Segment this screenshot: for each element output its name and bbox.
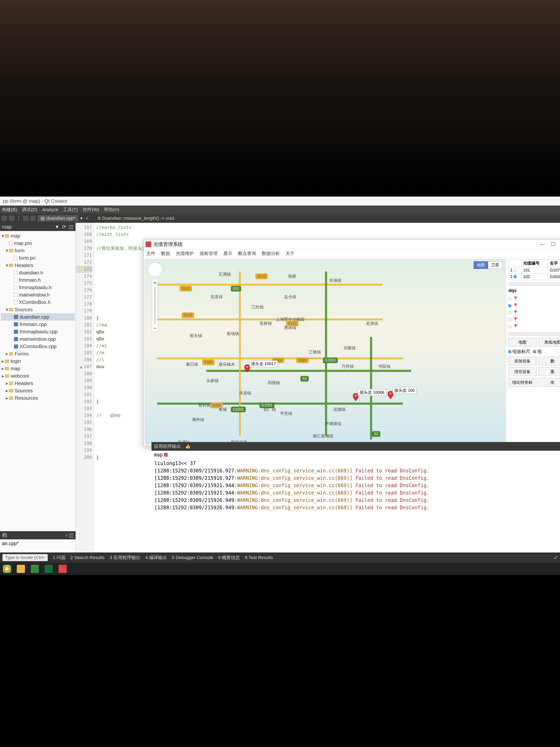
close-icon[interactable]: × — [164, 453, 168, 457]
output-tab-map[interactable]: map × — [154, 452, 168, 458]
map-mode-button[interactable]: 地图 — [508, 338, 536, 346]
output-log[interactable]: liulong13<< 37[1288:15292:0309/215916.92… — [152, 459, 560, 552]
map-type-satellite[interactable]: 卫星 — [488, 261, 502, 269]
status-tab-appoutput[interactable]: 3 应用程序输出 — [109, 555, 140, 561]
tree-item[interactable]: duandian.h — [1, 269, 75, 277]
map-pan-control[interactable] — [148, 262, 162, 277]
tree-item[interactable]: ▾map — [1, 232, 75, 239]
chrome-icon[interactable] — [3, 565, 11, 573]
locator-input[interactable]: Type to locate (Ctrl+ — [2, 554, 48, 561]
tree-item[interactable]: frmmain.cpp — [1, 321, 75, 328]
tree-item[interactable]: frmmapbaidu.cpp — [1, 328, 75, 335]
map-type-map[interactable]: 地图 — [474, 261, 488, 269]
horizontal-scrollbar[interactable] — [508, 332, 560, 336]
tree-item[interactable]: ▾Headers — [1, 262, 75, 269]
dropdown-icon[interactable]: ▾ — [80, 215, 82, 221]
horizontal-scrollbar[interactable] — [508, 282, 560, 286]
output-tabs[interactable]: map × — [152, 451, 560, 459]
qt-creator-icon[interactable] — [31, 565, 39, 573]
cable-table[interactable]: 光缆编号 名字 1 101G1072 102G303 — [508, 259, 560, 280]
tree-item[interactable]: ▸Resources — [1, 394, 75, 402]
close-icon[interactable]: ✕ — [85, 215, 89, 221]
menu-file[interactable]: 文件 — [146, 251, 155, 257]
expand-icon[interactable]: ⤢ — [554, 555, 558, 560]
zoom-out-icon[interactable]: − — [154, 326, 156, 331]
tree-item[interactable]: ▸login — [1, 358, 75, 365]
nav-back-button[interactable] — [23, 215, 28, 221]
sidebar-header-tools[interactable]: ▼ ⟳ ◫ — [53, 224, 74, 230]
tree-item[interactable]: mainwindow.h — [1, 291, 75, 299]
status-tab-general[interactable]: 6 概要信息 — [218, 555, 240, 561]
file-explorer-icon[interactable] — [17, 565, 25, 573]
clear-device-button[interactable]: 清空设备 — [508, 367, 536, 376]
map-zoom-control[interactable]: + − — [148, 262, 157, 332]
tree-item[interactable]: frmmain.h — [1, 277, 75, 284]
table-row[interactable]: 1 101G107 — [509, 267, 560, 274]
tree-item[interactable]: ▸Sources — [1, 387, 75, 394]
dqs-list[interactable]: 📍 2 📍 2 📍 2 📍 2 📍 2 — [508, 295, 560, 330]
list-item[interactable]: 📍 2 — [508, 316, 560, 323]
tree-item[interactable]: ▸Forms — [1, 350, 75, 358]
status-tab-issues[interactable]: 1 问题 — [53, 555, 65, 561]
tree-item[interactable]: form.pri — [1, 254, 75, 262]
map-canvas[interactable]: 地图 卫星 + − — [145, 259, 505, 444]
output-panel-header[interactable]: 应用程序输出 👍 — [152, 442, 560, 451]
menu-analyze[interactable]: Analyze — [42, 207, 58, 212]
tree-item[interactable]: mainwindow.cpp — [1, 335, 75, 343]
list-item[interactable]: 📍 2 — [508, 309, 560, 316]
menu-patrol[interactable]: 巡检管理 — [199, 251, 218, 257]
tree-item[interactable]: ▾Sources — [1, 306, 75, 313]
status-tab-debugger[interactable]: 5 Debugger Console — [172, 555, 213, 560]
menu-data[interactable]: 数据 — [161, 251, 170, 257]
coord-button[interactable]: 坐 — [538, 378, 560, 387]
table-row[interactable]: 2 102G303 — [509, 274, 560, 280]
toolbar-button[interactable] — [9, 215, 14, 221]
map-marker-callout[interactable]: 接头盒 10017 — [249, 360, 278, 367]
map-app-menubar[interactable]: 文件 数据 光缆维护 巡检管理 显示 断点查询 数据分析 关于 — [143, 249, 560, 258]
split-icon[interactable]: ◫ — [69, 224, 74, 230]
map-type-toggle[interactable]: 地图 卫星 — [474, 261, 502, 269]
sync-icon[interactable]: ⟳ — [62, 224, 66, 230]
map-marker-callout[interactable]: 接头盒 10006 — [358, 389, 386, 396]
excel-icon[interactable] — [45, 565, 53, 573]
menu-cable[interactable]: 光缆维护 — [176, 251, 194, 257]
avatar-icon[interactable] — [58, 565, 67, 573]
menu-analysis[interactable]: 数据分析 — [262, 251, 280, 257]
other-checkbox[interactable]: 地 — [533, 349, 541, 355]
tree-item[interactable]: ▸map — [1, 365, 75, 372]
map-zoom-slider[interactable]: + − — [152, 279, 158, 332]
list-item[interactable]: 📍 2 — [508, 295, 560, 302]
nav-fwd-button[interactable] — [30, 215, 36, 221]
menu-about[interactable]: 关于 — [286, 251, 295, 257]
menu-help[interactable]: 帮助(H) — [104, 207, 119, 213]
tree-item[interactable]: XComboBox.h — [1, 299, 75, 306]
toolbar-button[interactable] — [2, 215, 7, 221]
windows-taskbar[interactable] — [0, 563, 560, 575]
list-item[interactable]: 📍 2 — [508, 302, 560, 309]
menu-display[interactable]: 显示 — [223, 251, 232, 257]
status-tab-search[interactable]: 2 Search Results — [71, 555, 105, 560]
tree-item[interactable]: ▸webcore — [1, 372, 75, 380]
menu-build[interactable]: 构建(B) — [2, 207, 17, 213]
open-document-item[interactable]: an.cpp* — [2, 541, 74, 546]
scale-checkbox[interactable]: 缩放标尺 — [508, 349, 530, 355]
tree-item[interactable]: ▸Headers — [1, 380, 75, 387]
tree-item[interactable]: duandian.cpp — [1, 313, 75, 321]
tree-item[interactable]: frmmapbaidu.h — [1, 284, 75, 291]
main-menu-bar[interactable]: 构建(B) 调试(D) Analyze 工具(T) 控件(W) 帮助(H) — [0, 206, 560, 214]
split-icon[interactable]: ▫ ◫ — [66, 533, 74, 538]
status-tab-compile[interactable]: 4 编译输出 — [145, 555, 167, 561]
minimize-button[interactable]: — — [540, 241, 545, 247]
thumbs-up-icon[interactable]: 👍 — [185, 444, 191, 449]
reset-button[interactable]: 重 — [538, 367, 560, 376]
tree-item[interactable]: ▾form — [1, 247, 75, 254]
menu-debug[interactable]: 调试(D) — [22, 207, 37, 213]
map-app-titlebar[interactable]: 光缆管理系统 — ☐ ✕ — [143, 239, 560, 249]
menu-widgets[interactable]: 控件(W) — [83, 207, 99, 213]
filter-icon[interactable]: ▼ — [55, 224, 59, 230]
delete-device-button[interactable]: 删 — [538, 357, 560, 365]
open-documents-list[interactable]: an.cpp* — [0, 539, 76, 552]
map-app-window[interactable]: 光缆管理系统 — ☐ ✕ 文件 数据 光缆维护 巡检管理 显示 断点查询 数据分… — [143, 239, 560, 446]
list-item[interactable]: 📍 2 — [508, 323, 560, 330]
maximize-button[interactable]: ☐ — [551, 241, 556, 247]
